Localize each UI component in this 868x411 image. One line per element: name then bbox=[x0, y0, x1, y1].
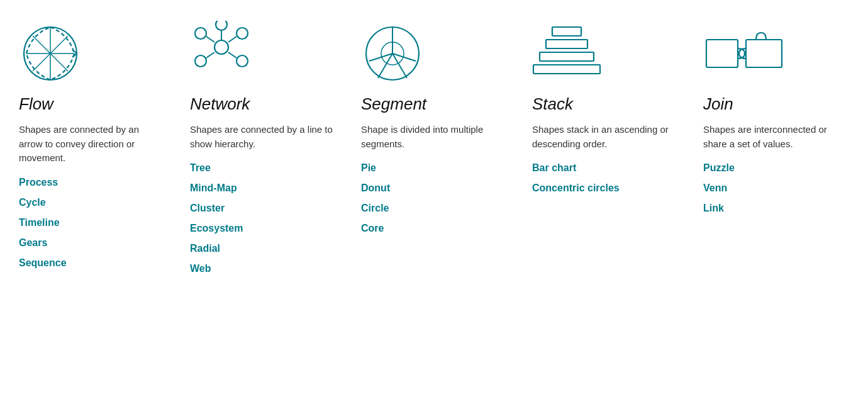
network-item-web[interactable]: Web bbox=[190, 263, 211, 274]
segment-icon-area bbox=[361, 19, 424, 88]
network-item-cluster[interactable]: Cluster bbox=[190, 203, 225, 214]
stack-desc: Shapes stack in an ascending or descendi… bbox=[532, 123, 678, 151]
col-network: Network Shapes are connected by a line t… bbox=[177, 13, 348, 290]
flow-icon bbox=[19, 22, 82, 85]
join-icon-area bbox=[703, 19, 785, 88]
svg-point-14 bbox=[195, 28, 206, 39]
svg-point-5 bbox=[214, 40, 228, 54]
svg-point-8 bbox=[236, 28, 248, 39]
segment-item-core[interactable]: Core bbox=[361, 223, 384, 234]
stack-icon bbox=[532, 22, 601, 85]
flow-item-sequence[interactable]: Sequence bbox=[19, 257, 67, 269]
col-join: Join Shapes are interconnected or share … bbox=[691, 13, 862, 290]
flow-item-timeline[interactable]: Timeline bbox=[19, 217, 60, 228]
flow-item-gears[interactable]: Gears bbox=[19, 237, 47, 249]
svg-line-11 bbox=[228, 52, 236, 58]
flow-icon-area bbox=[19, 19, 82, 88]
stack-title: Stack bbox=[532, 94, 573, 114]
network-item-ecosystem[interactable]: Ecosystem bbox=[190, 223, 243, 234]
network-item-radial[interactable]: Radial bbox=[190, 243, 220, 254]
svg-point-12 bbox=[195, 55, 206, 67]
join-desc: Shapes are interconnected or share a set… bbox=[703, 123, 849, 151]
segment-icon bbox=[361, 22, 424, 85]
flow-desc: Shapes are connected by an arrow to conv… bbox=[19, 123, 165, 166]
svg-point-10 bbox=[236, 55, 248, 67]
network-title: Network bbox=[190, 94, 250, 114]
join-icon bbox=[703, 28, 785, 79]
segment-item-donut[interactable]: Donut bbox=[361, 183, 390, 194]
network-desc: Shapes are connected by a line to show h… bbox=[190, 123, 336, 151]
segment-desc: Shape is divided into multiple segments. bbox=[361, 123, 507, 151]
flow-title: Flow bbox=[19, 94, 53, 114]
main-columns: Flow Shapes are connected by an arrow to… bbox=[6, 13, 862, 290]
svg-line-13 bbox=[206, 52, 214, 58]
svg-rect-27 bbox=[706, 40, 738, 67]
svg-rect-26 bbox=[533, 65, 600, 74]
join-item-venn[interactable]: Venn bbox=[703, 183, 727, 194]
join-item-link[interactable]: Link bbox=[703, 203, 724, 214]
join-title: Join bbox=[703, 94, 733, 114]
svg-rect-24 bbox=[546, 40, 587, 48]
network-item-tree[interactable]: Tree bbox=[190, 162, 211, 174]
svg-rect-25 bbox=[540, 52, 594, 61]
segment-item-pie[interactable]: Pie bbox=[361, 162, 376, 174]
flow-item-cycle[interactable]: Cycle bbox=[19, 197, 46, 208]
segment-title: Segment bbox=[361, 94, 426, 114]
flow-item-process[interactable]: Process bbox=[19, 177, 58, 188]
col-segment: Segment Shape is divided into multiple s… bbox=[348, 13, 520, 290]
stack-item-barchart[interactable]: Bar chart bbox=[532, 162, 576, 174]
stack-item-concentric[interactable]: Concentric circles bbox=[532, 183, 620, 194]
network-icon bbox=[190, 21, 253, 87]
segment-item-circle[interactable]: Circle bbox=[361, 203, 389, 214]
network-icon-area bbox=[190, 19, 253, 88]
svg-line-15 bbox=[206, 37, 214, 42]
col-stack: Stack Shapes stack in an ascending or de… bbox=[520, 13, 691, 290]
network-item-mindmap[interactable]: Mind-Map bbox=[190, 183, 237, 194]
svg-rect-28 bbox=[746, 40, 782, 67]
stack-icon-area bbox=[532, 19, 601, 88]
svg-point-6 bbox=[216, 21, 227, 30]
join-item-puzzle[interactable]: Puzzle bbox=[703, 162, 735, 174]
svg-rect-23 bbox=[552, 27, 581, 36]
svg-line-9 bbox=[228, 37, 236, 42]
col-flow: Flow Shapes are connected by an arrow to… bbox=[6, 13, 177, 290]
